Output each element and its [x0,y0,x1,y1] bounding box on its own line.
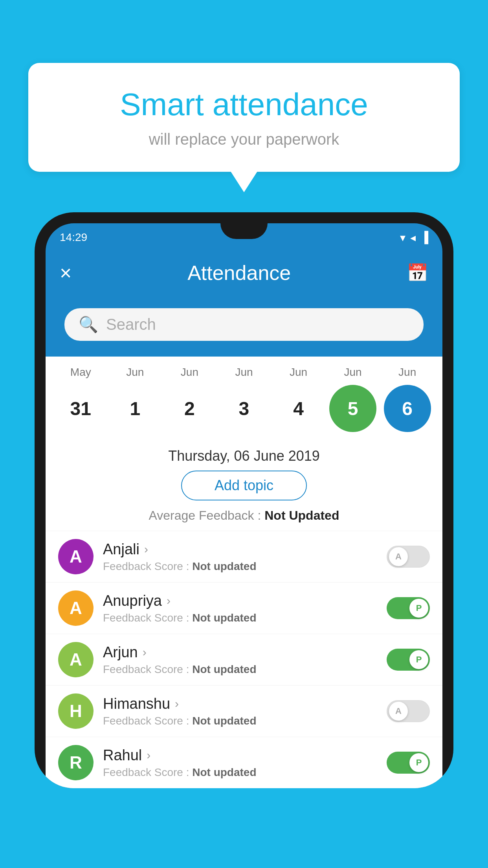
student-avatar-3: H [58,693,94,729]
selected-date: Thursday, 06 June 2019 [46,438,442,471]
student-feedback-3: Feedback Score : Not updated [103,715,377,727]
attendance-toggle-4[interactable]: P [387,752,430,774]
student-avatar-1: A [58,590,94,626]
status-bar: 14:29 ▾ ◂ ▐ [46,223,442,252]
toggle-knob-2: P [409,650,428,669]
phone-outer: 14:29 ▾ ◂ ▐ × Attendance 📅 🔍 Search [35,212,453,868]
chevron-icon: › [144,542,148,556]
student-feedback-0: Feedback Score : Not updated [103,560,377,573]
app-header: × Attendance 📅 [46,252,442,294]
student-info-0: Anjali ›Feedback Score : Not updated [103,541,377,573]
student-info-2: Arjun ›Feedback Score : Not updated [103,644,377,676]
phone-screen: × Attendance 📅 🔍 Search MayJunJunJunJunJ… [46,252,442,788]
calendar-months: MayJunJunJunJunJunJun [53,366,435,379]
status-time: 14:29 [60,231,87,244]
student-avatar-4: R [58,745,94,780]
close-button[interactable]: × [60,261,72,285]
student-info-4: Rahul ›Feedback Score : Not updated [103,747,377,779]
calendar-month-2: Jun [166,366,213,379]
student-info-1: Anupriya ›Feedback Score : Not updated [103,592,377,624]
avg-feedback-value: Not Updated [264,508,339,522]
calendar-month-5: Jun [329,366,376,379]
student-name-2: Arjun › [103,644,377,661]
calendar-month-3: Jun [220,366,268,379]
student-name-1: Anupriya › [103,592,377,609]
speech-bubble-title: Smart attendance [60,86,428,123]
calendar-day-6[interactable]: 6 [384,385,431,432]
calendar-month-0: May [57,366,104,379]
calendar-month-6: Jun [384,366,431,379]
student-row-0[interactable]: AAnjali ›Feedback Score : Not updatedA [46,531,442,582]
add-topic-button[interactable]: Add topic [181,471,307,500]
search-icon: 🔍 [79,315,98,334]
calendar-month-4: Jun [275,366,322,379]
student-row-3[interactable]: HHimanshu ›Feedback Score : Not updatedA [46,685,442,737]
search-bar-bg: 🔍 Search [46,294,442,357]
content-area: Thursday, 06 June 2019 Add topic Average… [46,438,442,788]
calendar-day-1[interactable]: 1 [112,385,159,432]
attendance-toggle-2[interactable]: P [387,649,430,671]
toggle-container-1[interactable]: P [387,597,430,619]
chevron-icon: › [147,748,150,762]
student-name-3: Himanshu › [103,695,377,712]
calendar-icon[interactable]: 📅 [407,263,428,283]
chevron-icon: › [175,697,179,710]
calendar-month-1: Jun [112,366,159,379]
phone-frame: 14:29 ▾ ◂ ▐ × Attendance 📅 🔍 Search [35,212,453,788]
signal-icon: ◂ [410,231,416,244]
student-row-2[interactable]: AArjun ›Feedback Score : Not updatedP [46,634,442,685]
toggle-container-3[interactable]: A [387,700,430,722]
student-avatar-2: A [58,642,94,677]
student-name-0: Anjali › [103,541,377,558]
battery-icon: ▐ [420,231,428,244]
calendar-day-3[interactable]: 3 [220,385,268,432]
student-row-1[interactable]: AAnupriya ›Feedback Score : Not updatedP [46,582,442,634]
calendar-day-4[interactable]: 4 [275,385,322,432]
speech-bubble: Smart attendance will replace your paper… [28,63,460,172]
student-info-3: Himanshu ›Feedback Score : Not updated [103,695,377,727]
student-row-4[interactable]: RRahul ›Feedback Score : Not updatedP [46,737,442,788]
calendar-day-2[interactable]: 2 [166,385,213,432]
student-feedback-4: Feedback Score : Not updated [103,766,377,779]
toggle-container-2[interactable]: P [387,649,430,671]
calendar-days: 31123456 [53,385,435,432]
student-feedback-2: Feedback Score : Not updated [103,663,377,676]
status-icons: ▾ ◂ ▐ [400,231,428,244]
attendance-toggle-3[interactable]: A [387,700,430,722]
student-avatar-0: A [58,539,94,574]
attendance-toggle-0[interactable]: A [387,546,430,568]
calendar-day-5[interactable]: 5 [329,385,376,432]
student-feedback-1: Feedback Score : Not updated [103,612,377,624]
toggle-container-4[interactable]: P [387,752,430,774]
search-placeholder: Search [106,316,156,333]
toggle-container-0[interactable]: A [387,546,430,568]
chevron-icon: › [167,594,171,607]
calendar-day-0[interactable]: 31 [57,385,104,432]
chevron-icon: › [143,645,147,659]
toggle-knob-1: P [409,599,428,618]
app-title: Attendance [187,261,291,285]
toggle-knob-0: A [389,547,408,566]
avg-feedback-label: Average Feedback : [149,508,261,522]
speech-bubble-subtitle: will replace your paperwork [60,131,428,148]
avg-feedback: Average Feedback : Not Updated [46,508,442,531]
speech-bubble-container: Smart attendance will replace your paper… [28,63,460,172]
search-bar[interactable]: 🔍 Search [64,308,424,341]
student-name-4: Rahul › [103,747,377,764]
toggle-knob-3: A [389,702,408,721]
notch [220,223,268,239]
attendance-toggle-1[interactable]: P [387,597,430,619]
toggle-knob-4: P [409,753,428,772]
calendar-strip: MayJunJunJunJunJunJun 31123456 [46,357,442,438]
wifi-icon: ▾ [400,231,405,244]
student-list: AAnjali ›Feedback Score : Not updatedAAA… [46,531,442,788]
